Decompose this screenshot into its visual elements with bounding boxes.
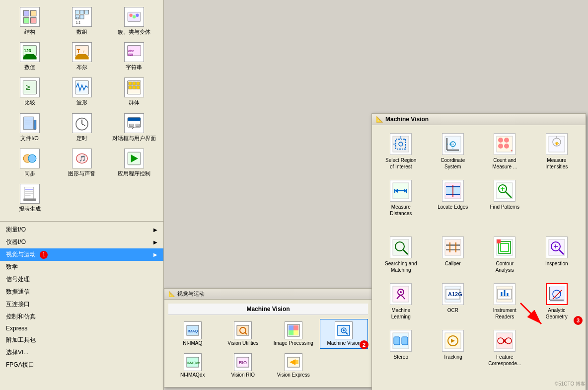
mv-title-text: Machine Vision <box>385 116 429 123</box>
mv-icon-measure-dist[interactable]: MeasureDistances <box>377 177 425 220</box>
sub-icon-vision-utils[interactable]: Vision Utilities <box>219 319 268 349</box>
mv-icon-contour[interactable]: ContourAnalysis <box>481 234 529 276</box>
sub-icon-vision-express[interactable]: Vision Express <box>269 351 318 381</box>
mv-icon-count-measure[interactable]: + Count andMeasure ... <box>481 130 529 173</box>
sub-icon-ni-imaq[interactable]: IMAQ NI-IMAQ <box>168 319 217 349</box>
svg-point-138 <box>400 291 402 293</box>
icon-item-shuzhu[interactable]: 1 212 数组 <box>56 4 107 38</box>
menu-hujiekou[interactable]: 互连接口 <box>0 298 163 311</box>
mv-icon-locate-edges[interactable]: Locate Edges <box>429 177 477 220</box>
badge-shijue: 1 <box>40 251 48 259</box>
menu-arrow-shijue: ▶ <box>153 252 157 257</box>
icon-item-zifuchuan[interactable]: abc⌨ 字符串 <box>108 39 159 74</box>
mv-icon-analytic-geom[interactable]: AnalyticGeometry 3 <box>533 280 581 323</box>
mv-icon-box-empty-r5 <box>546 330 568 352</box>
mv-icon-label-instrument-readers: InstrumentReaders <box>493 307 516 320</box>
svg-point-13 <box>132 15 135 18</box>
mv-icon-feature-corr[interactable]: FeatureCorresponde... <box>481 327 529 370</box>
icon-box-yingyong <box>124 149 144 168</box>
icon-item-duihuakuang[interactable]: 对话框与用户界面 <box>108 110 159 145</box>
icon-label-qunti: 群体 <box>129 99 140 106</box>
sub-icon-machine-vision[interactable]: Machine Vision 2 <box>320 319 368 349</box>
icon-item-qunti[interactable]: 群体 <box>108 75 159 109</box>
svg-rect-36 <box>34 120 36 129</box>
svg-text:F: F <box>82 50 85 54</box>
menu-kongzhi[interactable]: 控制和仿真 <box>0 311 163 323</box>
svg-text:IMAQdx: IMAQdx <box>187 361 200 365</box>
menu-celiangio[interactable]: 测量I/O ▶ <box>0 224 163 236</box>
svg-rect-123 <box>446 244 460 246</box>
mv-icon-tracking[interactable]: Tracking <box>429 327 477 370</box>
menu-label-hujiekou: 互连接口 <box>6 300 30 309</box>
menu-xinhaochuli[interactable]: 信号处理 <box>0 273 163 286</box>
divider-1 <box>0 221 163 222</box>
icon-item-dingshi[interactable]: 定时 <box>56 110 107 145</box>
mv-icon-searching[interactable]: Searching andMatching <box>377 234 425 276</box>
mv-icon-inspection[interactable]: Inspection <box>533 234 581 276</box>
menu-express[interactable]: Express <box>0 323 163 334</box>
menu-shutonxin[interactable]: 数据通信 <box>0 286 163 298</box>
mv-icon-stereo[interactable]: Stereo <box>377 327 425 370</box>
menu-yiqiio[interactable]: 仪器I/O ▶ <box>0 236 163 248</box>
svg-rect-29 <box>128 82 131 85</box>
menu-label-xinhaochuli: 信号处理 <box>6 275 30 284</box>
icon-item-bijiao[interactable]: ≥ 比较 <box>4 75 55 109</box>
icon-item-tongbu[interactable]: 同步 <box>4 146 55 180</box>
mv-title-icon: 📐 <box>376 116 383 123</box>
mv-icon-box-find-patterns <box>494 180 515 202</box>
svg-rect-155 <box>402 337 408 345</box>
mv-icon-box-feature-corr <box>494 330 515 352</box>
icon-item-boxing[interactable]: 波形 <box>56 75 107 109</box>
icon-item-shuzhi[interactable]: 123 数值 <box>4 39 55 74</box>
sub-icon-label-machine-vision: Machine Vision <box>327 340 361 346</box>
svg-rect-45 <box>136 124 140 126</box>
svg-point-96 <box>504 144 509 149</box>
mv-icon-machine-learning[interactable]: MachineLearning <box>377 280 425 323</box>
icon-box-baobiao <box>20 184 40 204</box>
icon-item-lei[interactable]: 簇、类与变体 <box>108 4 159 38</box>
sub-section-title: Machine Vision <box>168 304 368 315</box>
mv-icon-label-measure-dist: MeasureDistances <box>390 204 412 217</box>
icon-label-lei: 簇、类与变体 <box>118 29 150 35</box>
sub-icon-ni-imaqdx[interactable]: IMAQdx NI-IMAQdx <box>168 351 217 381</box>
icon-label-wenjianio: 文件I/O <box>20 135 39 142</box>
menu-label-celiangio: 测量I/O <box>6 226 26 234</box>
menu-fpga[interactable]: FPGA接口 <box>0 359 163 371</box>
mv-icon-label-inspection: Inspection <box>545 260 568 267</box>
svg-text:+: + <box>511 149 513 153</box>
mv-icon-coordinate[interactable]: CoordinateSystem <box>429 130 477 173</box>
sub-icon-vision-rio[interactable]: RIO Vision RIO <box>219 351 268 381</box>
menu-label-fujia: 附加工具包 <box>6 336 36 344</box>
sub-icon-box-ni-imaq: IMAQ <box>184 321 202 339</box>
menu-xuanze[interactable]: 选择VI... <box>0 346 163 359</box>
svg-point-14 <box>136 14 139 17</box>
mv-icon-select-roi[interactable]: Select Regionof Interest <box>377 130 425 173</box>
mv-icon-box-measure-dist <box>390 180 412 202</box>
mv-icon-label-select-roi: Select Regionof Interest <box>385 157 416 170</box>
menu-label-shutonxin: 数据通信 <box>6 288 30 296</box>
menu-shijue[interactable]: 视觉与运动 1 ▶ <box>0 248 163 261</box>
menu-shuxue[interactable]: 数学 <box>0 261 163 273</box>
icon-item-yingyong[interactable]: 应用程序控制 <box>108 146 159 180</box>
svg-text:IMAQ: IMAQ <box>188 329 198 333</box>
mv-icon-label-find-patterns: Find Patterns <box>490 204 519 210</box>
mv-icon-box-count-measure: + <box>494 133 515 155</box>
icon-item-buer[interactable]: TF 布尔 <box>56 39 107 74</box>
svg-rect-32 <box>128 86 131 89</box>
mv-icon-label-machine-learning: MachineLearning <box>391 307 411 320</box>
mv-icon-measure-intensity[interactable]: MeasureIntensities <box>533 130 581 173</box>
mv-icon-box-instrument-readers <box>494 283 515 305</box>
mv-icon-ocr[interactable]: A12G OCR <box>429 280 477 323</box>
icon-item-tuxing[interactable]: 🎵 图形与声音 <box>56 146 107 180</box>
svg-point-12 <box>129 14 132 17</box>
icon-item-jiegou[interactable]: 结构 <box>4 4 55 38</box>
menu-fujia[interactable]: 附加工具包 <box>0 334 163 346</box>
left-panel: 结构 1 212 数组 簇、类与变体 123 数值 TF 布尔 <box>0 0 164 390</box>
svg-rect-46 <box>129 124 133 126</box>
mv-icon-caliper[interactable]: Caliper <box>429 234 477 276</box>
mv-icon-find-patterns[interactable]: Find Patterns <box>481 177 529 220</box>
icon-item-baobiao[interactable]: 报表生成 <box>4 181 55 215</box>
sub-icon-image-proc[interactable]: Image Processing <box>269 319 318 349</box>
mv-icon-instrument-readers[interactable]: InstrumentReaders <box>481 280 529 323</box>
icon-item-wenjianio[interactable]: 文件I/O <box>4 110 55 145</box>
